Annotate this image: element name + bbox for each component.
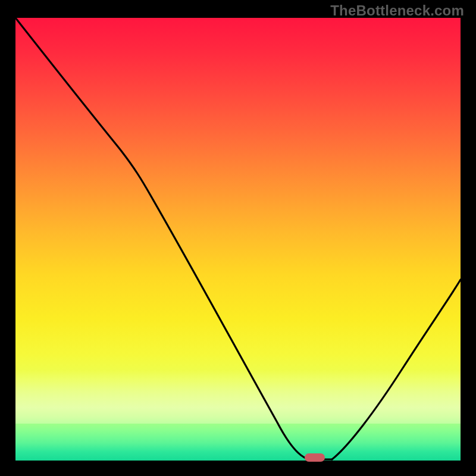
bottleneck-curve xyxy=(15,18,461,461)
watermark-text: TheBottleneck.com xyxy=(330,2,464,19)
plot-area xyxy=(15,18,461,461)
chart-container: TheBottleneck.com xyxy=(0,0,476,476)
optimal-marker xyxy=(305,453,325,462)
